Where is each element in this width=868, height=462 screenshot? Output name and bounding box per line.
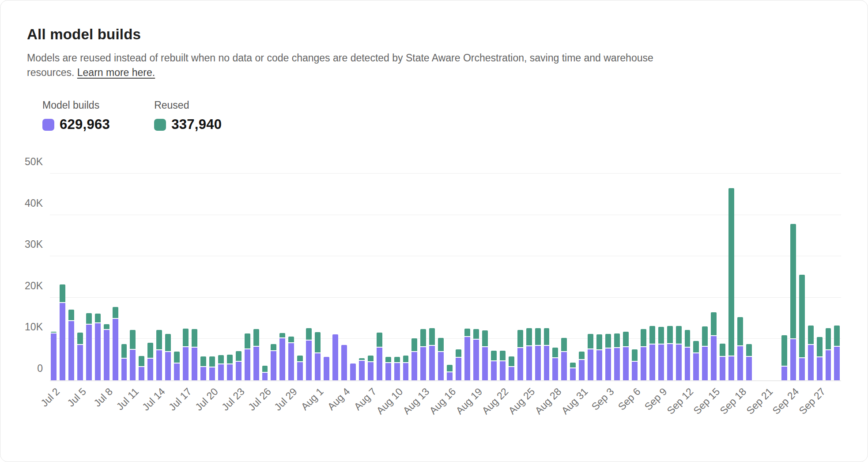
bar-group-aug-21[interactable] [491,174,497,380]
bar-segment-model-builds[interactable] [236,362,242,380]
bar-segment-reused[interactable] [209,356,215,367]
bar-segment-model-builds[interactable] [165,352,171,380]
bar-group-aug-28[interactable]: Aug 28 [552,174,558,380]
bar-group-sep-11[interactable] [676,174,682,380]
bar-segment-reused[interactable] [306,328,312,340]
bar-group-sep-4[interactable] [614,174,620,380]
bar-segment-reused[interactable] [817,337,823,356]
bar-group-aug-13[interactable]: Aug 13 [420,174,426,380]
bar-segment-model-builds[interactable] [253,347,259,380]
bar-segment-reused[interactable] [385,357,391,362]
bar-segment-model-builds[interactable] [350,364,356,380]
bar-group-sep-9[interactable]: Sep 9 [658,174,664,380]
bar-group-jul-9[interactable] [113,174,118,380]
bar-segment-model-builds[interactable] [720,357,725,380]
bar-segment-model-builds[interactable] [605,348,611,380]
bar-group-sep-15[interactable]: Sep 15 [711,174,717,380]
bar-segment-model-builds[interactable] [174,364,180,380]
bar-group-jul-25[interactable] [253,174,259,380]
bar-group-sep-19[interactable] [746,174,752,380]
bar-group-sep-23[interactable] [781,174,787,380]
bar-segment-model-builds[interactable] [113,319,118,380]
bar-segment-model-builds[interactable] [130,350,136,380]
bar-segment-reused[interactable] [77,333,83,344]
bar-segment-model-builds[interactable] [570,368,576,380]
bar-segment-model-builds[interactable] [596,350,602,380]
bar-group-jul-14[interactable]: Jul 14 [156,174,162,380]
bar-segment-model-builds[interactable] [473,340,479,380]
bar-group-aug-23[interactable] [509,174,514,380]
bar-segment-model-builds[interactable] [104,330,109,380]
bar-group-aug-5[interactable] [350,174,356,380]
bar-segment-reused[interactable] [113,307,118,318]
bar-group-sep-28[interactable] [826,174,831,380]
bar-segment-model-builds[interactable] [702,347,708,380]
bar-segment-reused[interactable] [253,329,259,346]
bar-group-aug-3[interactable] [332,174,338,380]
bar-segment-model-builds[interactable] [341,345,347,380]
bar-group-aug-16[interactable]: Aug 16 [447,174,453,380]
bar-segment-reused[interactable] [359,358,365,360]
bar-group-sep-25[interactable] [799,174,805,380]
bar-segment-reused[interactable] [464,329,470,336]
bar-segment-model-builds[interactable] [385,363,391,380]
bar-segment-model-builds[interactable] [139,367,144,380]
bar-segment-model-builds[interactable] [200,367,206,380]
bar-group-aug-12[interactable] [411,174,417,380]
bar-group-jul-5[interactable]: Jul 5 [77,174,83,380]
bar-segment-model-builds[interactable] [403,363,409,380]
bar-group-jul-15[interactable] [165,174,171,380]
bar-group-sep-5[interactable] [623,174,629,380]
bar-group-jul-7[interactable] [95,174,101,380]
bar-group-jul-19[interactable] [200,174,206,380]
bar-group-jul-8[interactable]: Jul 8 [104,174,109,380]
bar-group-sep-6[interactable]: Sep 6 [632,174,638,380]
bar-segment-model-builds[interactable] [500,361,506,380]
bar-group-aug-18[interactable] [464,174,470,380]
bar-segment-reused[interactable] [509,356,514,366]
bar-segment-reused[interactable] [649,326,655,343]
bar-group-aug-19[interactable]: Aug 19 [473,174,479,380]
bar-segment-model-builds[interactable] [737,346,743,380]
bar-segment-reused[interactable] [693,341,699,352]
bar-segment-reused[interactable] [632,349,638,361]
bar-segment-reused[interactable] [411,338,417,351]
bar-segment-reused[interactable] [720,344,725,356]
bar-group-jul-24[interactable] [245,174,250,380]
bar-segment-reused[interactable] [192,329,197,347]
bar-group-aug-9[interactable] [385,174,391,380]
bar-segment-reused[interactable] [86,313,92,323]
bar-segment-model-builds[interactable] [51,333,57,380]
bar-segment-reused[interactable] [526,328,532,345]
bar-segment-reused[interactable] [658,327,664,343]
bar-segment-model-builds[interactable] [306,341,312,380]
bar-segment-model-builds[interactable] [297,362,303,380]
bar-segment-reused[interactable] [728,188,734,356]
bar-segment-reused[interactable] [596,334,602,349]
bar-segment-reused[interactable] [130,330,136,349]
bar-segment-model-builds[interactable] [790,339,796,380]
bar-segment-model-builds[interactable] [411,352,417,380]
bar-group-jul-13[interactable] [147,174,153,380]
bar-group-jul-29[interactable]: Jul 29 [288,174,294,380]
bar-segment-reused[interactable] [447,365,453,371]
bar-segment-reused[interactable] [156,330,162,349]
bar-group-jul-26[interactable]: Jul 26 [262,174,268,380]
bar-segment-model-builds[interactable] [667,344,673,380]
bar-segment-model-builds[interactable] [693,353,699,380]
bar-segment-model-builds[interactable] [623,347,629,380]
bar-segment-reused[interactable] [544,328,550,345]
bar-segment-model-builds[interactable] [262,373,268,380]
bar-segment-reused[interactable] [676,326,682,343]
bar-segment-reused[interactable] [517,330,523,347]
bar-group-aug-22[interactable]: Aug 22 [500,174,506,380]
bar-segment-reused[interactable] [288,337,294,342]
bar-segment-reused[interactable] [834,326,840,346]
bar-group-jul-2[interactable]: Jul 2 [51,174,57,380]
bar-segment-model-builds[interactable] [377,348,382,380]
bar-group-aug-30[interactable] [570,174,576,380]
bar-segment-reused[interactable] [262,366,268,372]
bar-group-aug-31[interactable]: Aug 31 [579,174,585,380]
bar-group-aug-20[interactable] [482,174,488,380]
bar-segment-model-builds[interactable] [746,357,752,380]
